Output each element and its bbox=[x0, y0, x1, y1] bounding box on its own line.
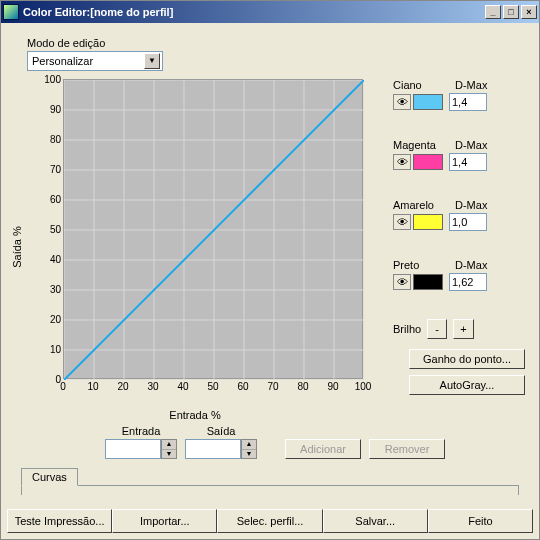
y-tick: 80 bbox=[35, 134, 61, 145]
channel-amarelo: AmareloD-Max👁1,0 bbox=[393, 199, 525, 231]
bottom-bar: Teste Impressão... Importar... Selec. pe… bbox=[1, 505, 539, 539]
add-point-button[interactable]: Adicionar bbox=[285, 439, 361, 459]
channel-name: Preto bbox=[393, 259, 447, 271]
edit-mode-select[interactable]: Personalizar ▼ bbox=[27, 51, 163, 71]
color-swatch[interactable] bbox=[413, 94, 443, 110]
y-axis-label: Saída % bbox=[11, 226, 23, 268]
save-button[interactable]: Salvar... bbox=[323, 509, 428, 533]
y-axis-ticks: 0102030405060708090100 bbox=[35, 77, 61, 381]
x-tick: 80 bbox=[297, 381, 308, 392]
entrada-spinner[interactable]: ▲▼ bbox=[161, 439, 177, 459]
curve-chart[interactable]: Saída % 0102030405060708090100 010203040… bbox=[15, 77, 375, 417]
eye-icon[interactable]: 👁 bbox=[393, 274, 411, 290]
edit-mode-value: Personalizar bbox=[32, 55, 93, 67]
window-title: Color Editor:[nome do perfil] bbox=[23, 6, 485, 18]
client-area: Modo de edição Personalizar ▼ Saída % 01… bbox=[1, 23, 539, 505]
select-profile-button[interactable]: Selec. perfil... bbox=[217, 509, 322, 533]
saida-label: Saída bbox=[207, 425, 236, 437]
dmax-input[interactable]: 1,4 bbox=[449, 153, 487, 171]
brightness-row: Brilho - + bbox=[393, 319, 525, 339]
titlebar: Color Editor:[nome do perfil] _ □ × bbox=[1, 1, 539, 23]
x-tick: 40 bbox=[177, 381, 188, 392]
autogray-button[interactable]: AutoGray... bbox=[409, 375, 525, 395]
saida-input[interactable] bbox=[185, 439, 241, 459]
y-tick: 10 bbox=[35, 344, 61, 355]
side-panel: CianoD-Max👁1,4MagentaD-Max👁1,4AmareloD-M… bbox=[375, 77, 525, 395]
io-row: Entrada ▲▼ Saída ▲▼ Adicionar Remover bbox=[105, 425, 525, 459]
x-tick: 70 bbox=[267, 381, 278, 392]
brightness-plus-button[interactable]: + bbox=[453, 319, 473, 339]
dmax-label: D-Max bbox=[455, 139, 487, 151]
channel-name: Ciano bbox=[393, 79, 447, 91]
y-tick: 70 bbox=[35, 164, 61, 175]
tab-strip: Curvas bbox=[21, 485, 519, 495]
x-tick: 30 bbox=[147, 381, 158, 392]
color-swatch[interactable] bbox=[413, 214, 443, 230]
import-button[interactable]: Importar... bbox=[112, 509, 217, 533]
x-tick: 10 bbox=[87, 381, 98, 392]
channel-magenta: MagentaD-Max👁1,4 bbox=[393, 139, 525, 171]
tab-curvas[interactable]: Curvas bbox=[21, 468, 78, 486]
y-tick: 30 bbox=[35, 284, 61, 295]
color-swatch[interactable] bbox=[413, 274, 443, 290]
dmax-input[interactable]: 1,62 bbox=[449, 273, 487, 291]
dmax-input[interactable]: 1,4 bbox=[449, 93, 487, 111]
saida-spinner[interactable]: ▲▼ bbox=[241, 439, 257, 459]
x-axis-label: Entrada % bbox=[169, 409, 220, 421]
plot-area[interactable] bbox=[63, 79, 363, 379]
channel-name: Amarelo bbox=[393, 199, 447, 211]
x-tick: 90 bbox=[327, 381, 338, 392]
x-tick: 50 bbox=[207, 381, 218, 392]
channel-preto: PretoD-Max👁1,62 bbox=[393, 259, 525, 291]
color-swatch[interactable] bbox=[413, 154, 443, 170]
chevron-down-icon: ▼ bbox=[144, 53, 160, 69]
dmax-label: D-Max bbox=[455, 259, 487, 271]
channel-ciano: CianoD-Max👁1,4 bbox=[393, 79, 525, 111]
y-tick: 90 bbox=[35, 104, 61, 115]
dmax-label: D-Max bbox=[455, 79, 487, 91]
brightness-label: Brilho bbox=[393, 323, 421, 335]
test-print-button[interactable]: Teste Impressão... bbox=[7, 509, 112, 533]
remove-point-button[interactable]: Remover bbox=[369, 439, 445, 459]
edit-mode-label: Modo de edição bbox=[27, 37, 525, 49]
x-tick: 100 bbox=[355, 381, 372, 392]
y-tick: 20 bbox=[35, 314, 61, 325]
maximize-button[interactable]: □ bbox=[503, 5, 519, 19]
entrada-input[interactable] bbox=[105, 439, 161, 459]
dmax-input[interactable]: 1,0 bbox=[449, 213, 487, 231]
close-button[interactable]: × bbox=[521, 5, 537, 19]
x-tick: 20 bbox=[117, 381, 128, 392]
x-axis-ticks: 0102030405060708090100 bbox=[63, 381, 367, 397]
channel-name: Magenta bbox=[393, 139, 447, 151]
y-tick: 50 bbox=[35, 224, 61, 235]
x-tick: 0 bbox=[60, 381, 66, 392]
brightness-minus-button[interactable]: - bbox=[427, 319, 447, 339]
y-tick: 60 bbox=[35, 194, 61, 205]
y-tick: 40 bbox=[35, 254, 61, 265]
entrada-label: Entrada bbox=[122, 425, 161, 437]
y-tick: 0 bbox=[35, 374, 61, 385]
app-icon bbox=[3, 4, 19, 20]
minimize-button[interactable]: _ bbox=[485, 5, 501, 19]
x-tick: 60 bbox=[237, 381, 248, 392]
eye-icon[interactable]: 👁 bbox=[393, 154, 411, 170]
done-button[interactable]: Feito bbox=[428, 509, 533, 533]
app-window: Color Editor:[nome do perfil] _ □ × Modo… bbox=[0, 0, 540, 540]
y-tick: 100 bbox=[35, 74, 61, 85]
dot-gain-button[interactable]: Ganho do ponto... bbox=[409, 349, 525, 369]
eye-icon[interactable]: 👁 bbox=[393, 214, 411, 230]
dmax-label: D-Max bbox=[455, 199, 487, 211]
eye-icon[interactable]: 👁 bbox=[393, 94, 411, 110]
